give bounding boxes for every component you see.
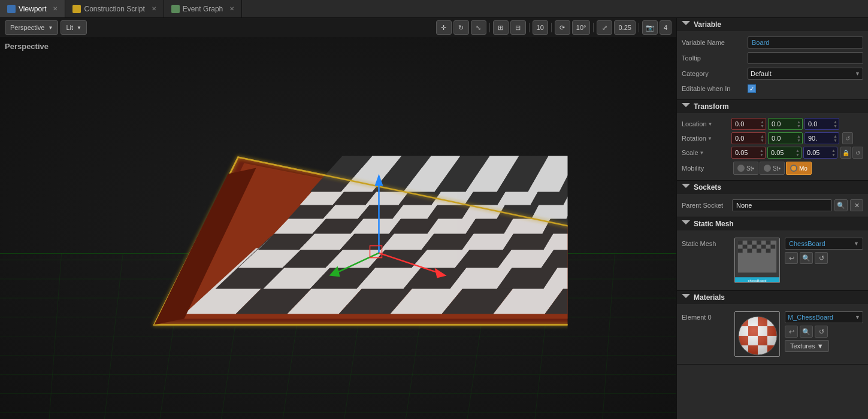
variable-name-row: Variable Name	[677, 35, 868, 50]
surface-snapping-btn[interactable]: ⊞	[493, 20, 509, 35]
mobility-label: Mobility	[682, 165, 730, 172]
camera-icon[interactable]: 📷	[642, 20, 658, 35]
textures-dropdown-btn[interactable]: Textures ▼	[785, 340, 829, 352]
material-search-btn[interactable]: 🔍	[800, 326, 813, 338]
static-mesh-section: Static Mesh Static Mesh	[677, 217, 868, 291]
camera-speed-value[interactable]: 4	[660, 20, 672, 35]
location-z-arrows: ▲ ▼	[833, 120, 837, 128]
tooltip-input[interactable]	[748, 52, 863, 64]
tab-construction-script[interactable]: Construction Script ✕	[65, 0, 164, 17]
socket-search-btn[interactable]: 🔍	[834, 199, 848, 211]
mobility-movable[interactable]: Mo	[786, 162, 812, 175]
svg-rect-109	[766, 249, 771, 253]
event-graph-icon	[171, 5, 180, 13]
toolbar-divider-2	[529, 23, 530, 32]
variable-collapse-icon	[682, 21, 690, 28]
static-mesh-name-btn[interactable]: ChessBoard ▼	[785, 238, 863, 250]
scale-z-field[interactable]: 0.05 ▲ ▼	[803, 147, 837, 159]
angle-snap-value[interactable]: 10°	[572, 20, 591, 35]
variable-section-content: Variable Name Tooltip Category Defau	[677, 31, 868, 99]
toolbar-left: Perspective Lit	[5, 20, 87, 35]
angle-snap-icon[interactable]: ⟳	[555, 20, 570, 35]
rotation-label: Rotation ▼	[682, 135, 730, 142]
location-z-field[interactable]: 0.0 ▲ ▼	[805, 118, 839, 130]
location-x-field[interactable]: 0.0 ▲ ▼	[731, 118, 766, 130]
sockets-section-header[interactable]: Sockets	[677, 181, 868, 194]
location-y-field[interactable]: 0.0 ▲ ▼	[768, 118, 803, 130]
scale-mode-btn[interactable]: ⤡	[471, 20, 486, 35]
tab-viewport[interactable]: Viewport ✕	[0, 0, 65, 17]
socket-clear-btn[interactable]: ✕	[850, 199, 863, 211]
scene-3d[interactable]: Perspective	[0, 37, 676, 419]
viewport[interactable]: Perspective Lit ✛ ↻ ⤡ ⊞ ⊟ 10 ⟳	[0, 18, 676, 419]
scene-canvas: Perspective	[0, 37, 676, 419]
rotation-extras: ↺	[842, 132, 853, 144]
perspective-dropdown[interactable]: Perspective	[5, 20, 58, 35]
rotation-row: Rotation ▼ 0.0 ▲ ▼ 0.0 ▲	[677, 131, 868, 145]
rotation-x-arrows: ▲ ▼	[760, 134, 764, 142]
static-mesh-section-header[interactable]: Static Mesh	[677, 217, 868, 230]
tab-construction-close[interactable]: ✕	[152, 5, 156, 12]
material-reset-btn[interactable]: ↺	[815, 326, 828, 338]
transform-section-content: Location ▼ 0.0 ▲ ▼ 0.0 ▲	[677, 113, 868, 180]
mesh-reset-btn[interactable]: ↺	[815, 252, 828, 264]
editable-checkbox[interactable]	[748, 84, 756, 93]
rotation-reset-btn[interactable]: ↺	[842, 132, 853, 144]
parent-socket-row: Parent Socket 🔍 ✕	[677, 198, 868, 213]
transform-section-header[interactable]: Transform	[677, 100, 868, 113]
rotation-x-field[interactable]: 0.0 ▲ ▼	[731, 132, 766, 144]
mobility-options: St• St• Mo	[733, 162, 812, 175]
scale-snap-value[interactable]: 0.25	[614, 20, 635, 35]
category-row: Category Default ▼	[677, 66, 868, 81]
transform-collapse-icon	[682, 103, 690, 110]
mesh-search-btn[interactable]: 🔍	[800, 252, 813, 264]
materials-section-header[interactable]: Materials	[677, 291, 868, 304]
category-label: Category	[682, 70, 748, 77]
scale-reset-btn[interactable]: ↺	[852, 147, 863, 159]
static-mesh-section-content: Static Mesh	[677, 230, 868, 290]
parent-socket-input[interactable]	[732, 199, 832, 211]
snap-grid-value[interactable]: 10	[533, 20, 548, 35]
svg-rect-105	[770, 245, 775, 249]
rotation-y-field[interactable]: 0.0 ▲ ▼	[768, 132, 803, 144]
svg-rect-125	[758, 336, 767, 345]
material-name-btn[interactable]: M_ChessBoard ▼	[785, 311, 863, 323]
variable-section-header[interactable]: Variable	[677, 18, 868, 31]
tab-viewport-label: Viewport	[19, 5, 46, 13]
svg-rect-102	[743, 245, 748, 249]
toolbar-divider-4	[593, 23, 594, 32]
materials-content: M_ChessBoard ▼ ↩ 🔍 ↺ Textures ▼	[734, 311, 863, 357]
material-controls: M_ChessBoard ▼ ↩ 🔍 ↺ Textures ▼	[785, 311, 863, 357]
toolbar-divider-5	[639, 23, 639, 32]
scale-lock-btn[interactable]: 🔒	[840, 147, 851, 159]
tab-viewport-close[interactable]: ✕	[53, 5, 58, 12]
tab-event-graph-close[interactable]: ✕	[229, 5, 234, 12]
rotate-mode-btn[interactable]: ↻	[453, 20, 469, 35]
rotation-z-field[interactable]: 90. ▲ ▼	[805, 132, 839, 144]
tooltip-label: Tooltip	[682, 54, 748, 62]
scale-label: Scale ▼	[682, 149, 730, 156]
transform-section: Transform Location ▼ 0.0 ▲ ▼	[677, 100, 868, 181]
mobility-static-2[interactable]: St•	[760, 162, 785, 175]
material-back-btn[interactable]: ↩	[785, 326, 798, 338]
lit-dropdown[interactable]: Lit	[61, 20, 87, 35]
mobility-static-1[interactable]: St•	[733, 162, 758, 175]
category-value: Default ▼	[748, 68, 863, 80]
scale-y-field[interactable]: 0.05 ▲ ▼	[767, 147, 802, 159]
material-actions: ↩ 🔍 ↺	[785, 326, 863, 338]
svg-rect-99	[747, 241, 752, 245]
svg-rect-108	[757, 249, 761, 253]
variable-name-input[interactable]	[748, 37, 863, 48]
tab-event-graph[interactable]: Event Graph ✕	[164, 0, 242, 17]
mesh-back-btn[interactable]: ↩	[785, 252, 798, 264]
static-mesh-content: chessBoard ChessBoard ▼	[734, 238, 863, 283]
tab-event-graph-label: Event Graph	[183, 5, 223, 13]
scale-snap-icon[interactable]: ⤢	[597, 20, 612, 35]
scale-x-field[interactable]: 0.05 ▲ ▼	[731, 147, 766, 159]
grid-snap-btn[interactable]: ⊟	[510, 20, 526, 35]
category-dropdown[interactable]: Default ▼	[748, 68, 863, 80]
static-mesh-name: ChessBoard	[789, 240, 825, 247]
location-dropdown-arrow: ▼	[708, 122, 713, 127]
translate-mode-btn[interactable]: ✛	[436, 20, 452, 35]
sockets-section: Sockets Parent Socket 🔍 ✕	[677, 181, 868, 217]
